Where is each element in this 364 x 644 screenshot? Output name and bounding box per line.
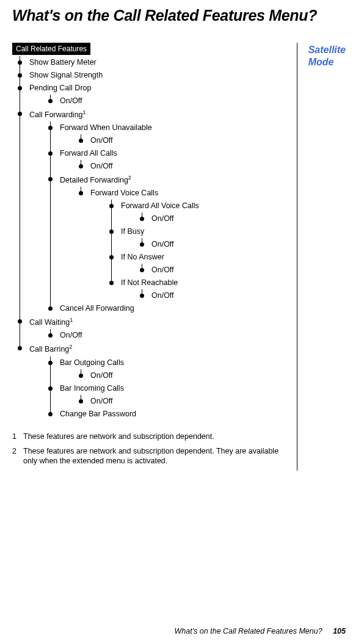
- tree-node: Call Barring2 Bar Outgoing Calls On/Off …: [12, 342, 285, 420]
- tree-node: Show Battery Meter: [12, 56, 285, 69]
- tree-node: Call Waiting1 On/Off: [12, 315, 285, 342]
- tree-node: On/Off: [73, 134, 285, 147]
- root-tag: Call Related Features: [12, 43, 90, 55]
- tree-item-label: On/Off: [151, 212, 174, 225]
- content-wrapper: Call Related Features Show Battery Meter…: [12, 43, 346, 471]
- tree-item-label: Forward Voice Calls: [90, 187, 158, 200]
- superscript: 1: [70, 317, 73, 323]
- sidebar-label-line: Satellite: [308, 45, 346, 55]
- tree-node: Bar Outgoing Calls On/Off: [43, 356, 285, 382]
- tree-node: Call Forwarding1 Forward When Unavailabl…: [12, 107, 285, 315]
- tree-node: On/Off: [134, 264, 285, 277]
- tree-node: Cancel All Forwarding: [43, 302, 285, 315]
- tree-item-label: On/Off: [90, 369, 113, 382]
- tree-item-label: On/Off: [151, 289, 174, 302]
- tree-node: Bar Incoming Calls On/Off: [43, 382, 285, 408]
- page-footer: What's on the Call Related Features Menu…: [175, 627, 346, 635]
- tree-item-label: Call Waiting1: [29, 315, 73, 329]
- text: Detailed Forwarding: [60, 176, 128, 184]
- tree-node: Forward All Voice Calls On/Off: [104, 200, 285, 225]
- tree-column: Call Related Features Show Battery Meter…: [12, 43, 285, 471]
- tree-item-label: Call Forwarding1: [29, 107, 86, 121]
- footnote-text: These features are network and subscript…: [23, 446, 285, 466]
- tree-item-label: Forward When Unavailable: [60, 121, 152, 134]
- tree-item-label: Call Barring2: [29, 342, 72, 356]
- tree-node: On/Off: [134, 212, 285, 225]
- tree-node: On/Off: [73, 369, 285, 382]
- tree-item-label: On/Off: [90, 395, 113, 408]
- superscript: 2: [69, 344, 72, 350]
- tree-node: If Busy On/Off: [104, 225, 285, 251]
- tree-node: Detailed Forwarding2 Forward Voice Calls…: [43, 173, 285, 302]
- tree-node: If No Answer On/Off: [104, 251, 285, 277]
- tree-node: Show Signal Strength: [12, 69, 285, 82]
- tree-item-label: Bar Incoming Calls: [60, 382, 124, 395]
- footer-text: What's on the Call Related Features Menu…: [175, 627, 322, 635]
- tree-item-label: On/Off: [90, 160, 113, 173]
- footnote: 2 These features are network and subscri…: [12, 446, 285, 466]
- text: Call Waiting: [29, 318, 70, 327]
- tree-item-label: On/Off: [151, 238, 174, 251]
- text: Call Forwarding: [29, 110, 83, 119]
- sidebar-column: Satellite Mode: [297, 43, 346, 471]
- tree-node: On/Off: [134, 238, 285, 251]
- superscript: 1: [83, 109, 86, 115]
- tree-item-label: Cancel All Forwarding: [60, 302, 134, 315]
- tree-item-label: Bar Outgoing Calls: [60, 356, 124, 369]
- tree-item-label: Show Signal Strength: [29, 69, 103, 82]
- footnote-number: 1: [12, 432, 23, 441]
- tree-node: Forward When Unavailable On/Off: [43, 121, 285, 147]
- tree-item-label: If Busy: [121, 225, 144, 238]
- sidebar-label-line: Mode: [308, 57, 334, 67]
- sidebar-label: Satellite Mode: [308, 44, 346, 68]
- tree-item-label: Forward All Voice Calls: [121, 200, 199, 212]
- tree-item-label: Forward All Calls: [60, 147, 117, 160]
- footnote-text: These features are network and subscript…: [23, 432, 214, 441]
- page-number: 105: [333, 627, 346, 635]
- tree-item-label: Show Battery Meter: [29, 56, 96, 69]
- tree-item-label: On/Off: [90, 134, 113, 147]
- footnotes: 1 These features are network and subscri…: [12, 432, 285, 466]
- tree-node: Forward All Calls On/Off: [43, 147, 285, 173]
- tree-item-label: On/Off: [60, 95, 82, 107]
- tree-item-label: If No Answer: [121, 251, 164, 264]
- tree-node: If Not Reachable On/Off: [104, 277, 285, 302]
- superscript: 2: [128, 175, 131, 181]
- text: Call Barring: [29, 346, 69, 354]
- tree-node: Forward Voice Calls Forward All Voice Ca…: [73, 187, 285, 302]
- footnote-number: 2: [12, 446, 23, 466]
- tree-node: On/Off: [43, 95, 285, 107]
- tree-node: On/Off: [43, 329, 285, 342]
- tree-node: On/Off: [73, 160, 285, 173]
- tree-node: Pending Call Drop On/Off: [12, 82, 285, 107]
- tree-item-label: On/Off: [151, 264, 174, 277]
- tree-item-label: Detailed Forwarding2: [60, 173, 131, 187]
- tree-item-label: Pending Call Drop: [29, 82, 91, 95]
- tree-item-label: If Not Reachable: [121, 277, 178, 289]
- tree-item-label: On/Off: [60, 329, 82, 342]
- menu-tree: Show Battery Meter Show Signal Strength …: [12, 56, 285, 421]
- tree-node: On/Off: [134, 289, 285, 302]
- footnote: 1 These features are network and subscri…: [12, 432, 285, 441]
- tree-node: On/Off: [73, 395, 285, 408]
- tree-node: Change Bar Password: [43, 408, 285, 421]
- tree-item-label: Change Bar Password: [60, 408, 136, 421]
- page-heading: What's on the Call Related Features Menu…: [12, 6, 346, 24]
